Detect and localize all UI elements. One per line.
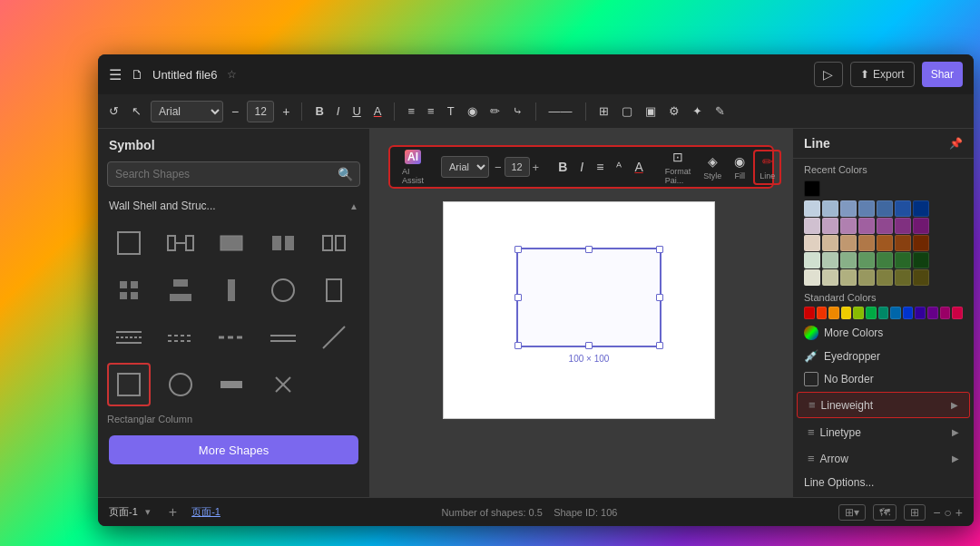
color-swatch[interactable] (895, 235, 911, 251)
grid-button[interactable]: ⊞ (904, 504, 926, 521)
shape-item[interactable] (210, 363, 253, 406)
standard-color-swatch[interactable] (915, 307, 926, 319)
color-swatch[interactable] (822, 269, 838, 286)
zoom-indicator[interactable]: ○ (944, 505, 951, 520)
color-swatch[interactable] (858, 235, 875, 251)
font-size-increase[interactable]: + (279, 104, 292, 119)
color-swatch[interactable] (877, 269, 893, 286)
color-swatch[interactable] (895, 218, 911, 234)
color-swatch[interactable] (913, 252, 929, 268)
map-button[interactable]: 🗺 (873, 504, 897, 521)
shape-item[interactable] (261, 316, 305, 359)
color-swatch[interactable] (858, 269, 875, 286)
more-shapes-button[interactable]: More Shapes (109, 435, 358, 464)
shape-item[interactable] (159, 316, 202, 359)
color-swatch[interactable] (804, 218, 820, 234)
italic-button[interactable]: I (575, 157, 588, 177)
shape-item-selected[interactable] (107, 363, 151, 406)
standard-color-swatch[interactable] (927, 307, 938, 319)
resize-handle-bottom-mid[interactable] (585, 342, 593, 349)
search-input[interactable] (107, 161, 360, 187)
shape-item[interactable] (312, 268, 356, 312)
fill-button[interactable]: ◉ Fill (730, 151, 750, 183)
text-tool[interactable]: T (444, 102, 458, 120)
color-swatch[interactable] (877, 252, 893, 268)
standard-color-swatch[interactable] (841, 307, 852, 319)
color-swatch[interactable] (804, 252, 820, 268)
export-button[interactable]: ⬆ Export (850, 62, 915, 87)
cursor-tool[interactable]: ↖ (128, 102, 145, 120)
color-swatch[interactable] (913, 218, 929, 234)
grid-icon[interactable]: ⊞ (595, 102, 612, 120)
resize-handle-mid-right[interactable] (656, 294, 663, 301)
font-size-decrease[interactable]: − (229, 104, 241, 119)
color-swatch[interactable] (913, 269, 929, 286)
color-swatch[interactable] (858, 200, 875, 217)
shape-item[interactable] (107, 316, 151, 359)
standard-color-swatch[interactable] (903, 307, 914, 319)
shape-item[interactable] (107, 268, 151, 312)
color-swatch[interactable] (804, 269, 820, 286)
color-swatch[interactable] (822, 200, 838, 217)
italic-button[interactable]: I (333, 102, 344, 120)
style-button[interactable]: ◈ Style (699, 151, 726, 183)
standard-color-swatch[interactable] (817, 307, 828, 319)
list-button[interactable]: ≡ (592, 157, 608, 177)
no-border-row[interactable]: No Border (793, 367, 974, 391)
line-button[interactable]: ✏ Line (753, 150, 781, 185)
standard-color-swatch[interactable] (952, 307, 963, 319)
standard-color-swatch[interactable] (828, 307, 839, 319)
standard-color-swatch[interactable] (878, 307, 889, 319)
shape-item[interactable] (159, 363, 202, 406)
bold-button[interactable]: B (554, 157, 572, 177)
lineweight-item[interactable]: ≡ Lineweight ▶ (797, 392, 970, 418)
resize-handle-mid-left[interactable] (514, 294, 522, 301)
font-selector[interactable]: Arial (151, 101, 223, 122)
font-size-input[interactable] (247, 101, 274, 122)
color-swatch[interactable] (877, 200, 893, 217)
shape-item[interactable] (159, 268, 202, 312)
frame-icon[interactable]: ▢ (618, 102, 636, 120)
play-button[interactable]: ▷ (814, 62, 843, 87)
shape-item[interactable] (312, 221, 356, 265)
color-swatch[interactable] (895, 269, 911, 286)
resize-handle-top-right[interactable] (656, 246, 663, 253)
bold-button[interactable]: B (311, 102, 327, 120)
fill-tool[interactable]: ◉ (464, 102, 481, 120)
linetype-item[interactable]: ≡ Linetype ▶ (797, 420, 970, 444)
align-left[interactable]: ≡ (404, 102, 418, 120)
pin-icon[interactable]: 📌 (949, 137, 963, 150)
font-color-button[interactable]: A (370, 102, 386, 120)
ai-assist-button[interactable]: AI AI Assist (397, 147, 428, 188)
color-swatch[interactable] (804, 235, 820, 251)
line-options-row[interactable]: Line Options... (793, 472, 974, 493)
color-swatch[interactable] (822, 252, 838, 268)
page-dropdown-button[interactable]: ▾ (142, 504, 154, 520)
ft-size-increase[interactable]: + (531, 161, 542, 174)
ft-size-input[interactable] (505, 157, 530, 177)
zoom-plus-button[interactable]: + (956, 505, 963, 520)
page-tab[interactable]: 页面-1 (191, 505, 220, 519)
settings-icon[interactable]: ⚙ (665, 102, 683, 120)
color-swatch[interactable] (877, 218, 893, 234)
underline-button[interactable]: U (348, 102, 364, 120)
color-swatch[interactable] (840, 200, 857, 217)
shape-item[interactable] (312, 316, 356, 359)
connector-tool[interactable]: ⤷ (509, 102, 526, 120)
shape-item[interactable] (210, 221, 253, 265)
color-swatch[interactable] (895, 252, 911, 268)
color-swatch[interactable] (877, 235, 893, 251)
resize-handle-bottom-left[interactable] (514, 342, 522, 349)
standard-color-swatch[interactable] (804, 307, 815, 319)
shape-item[interactable] (261, 363, 305, 406)
color-swatch-black[interactable] (804, 180, 820, 197)
shape-tool[interactable]: ✦ (689, 102, 706, 120)
standard-color-swatch[interactable] (853, 307, 864, 319)
layers-button[interactable]: ⊞▾ (838, 504, 866, 521)
standard-color-swatch[interactable] (940, 307, 951, 319)
color-swatch[interactable] (858, 252, 875, 268)
canvas-shape[interactable]: 100 × 100 (516, 248, 662, 347)
color-swatch[interactable] (804, 200, 820, 217)
frame2-icon[interactable]: ▣ (642, 102, 660, 120)
resize-handle-top-left[interactable] (514, 246, 522, 253)
